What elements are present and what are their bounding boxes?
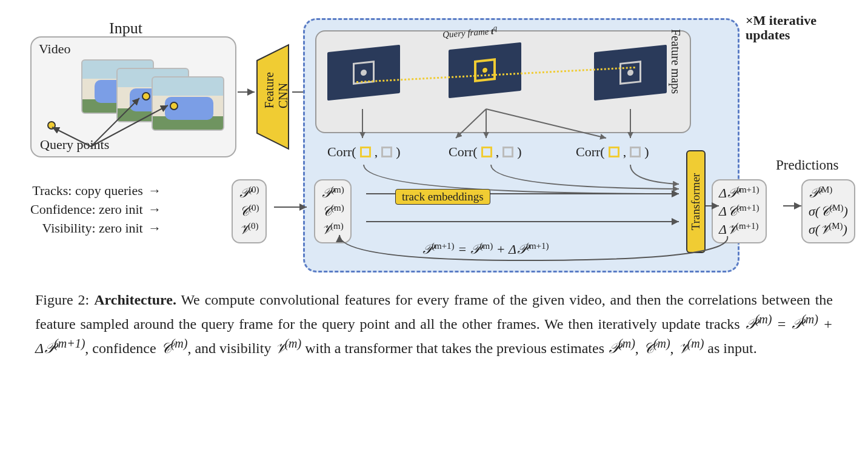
query-points-label: Query points <box>40 137 109 153</box>
feature-cnn: FeatureCNN <box>255 42 291 151</box>
cnn-label: FeatureCNN <box>262 72 290 108</box>
query-point-dot <box>170 102 178 110</box>
query-point-dot <box>142 92 150 101</box>
video-frame-3 <box>152 76 224 131</box>
delta-box: Δ𝒫(m+1) Δ𝒞(m+1) Δ𝒱(m+1) <box>712 179 767 243</box>
corr-1: Corr(,) <box>327 144 400 160</box>
m-updates-label: ×M iterativeupdates <box>746 13 816 42</box>
state-m-box: 𝒫(m) 𝒞(m) 𝒱(m) <box>314 179 352 243</box>
video-label: Video <box>39 41 70 57</box>
feature-map-1 <box>327 45 400 101</box>
feature-maps-label: Feature maps <box>669 29 683 94</box>
feature-map-q <box>449 42 521 99</box>
init-labels: Tracks: copy queries → Confidence: zero … <box>30 182 163 237</box>
update-equation: 𝒫(m+1) = 𝒫(m) + Δ𝒫(m+1) <box>422 241 549 257</box>
architecture-diagram: Input Video Query points FeatureCNN <box>24 12 844 279</box>
predictions-box: 𝒫(M) σ(𝒞(M)) σ(𝒱(M)) <box>801 179 855 243</box>
query-point-dot <box>47 121 56 130</box>
input-title: Input <box>109 19 142 38</box>
corr-q: Corr(,) <box>449 144 521 160</box>
feature-map-2 <box>594 45 667 101</box>
input-section: Input Video Query points <box>30 36 236 157</box>
caption-title: Architecture. <box>94 292 176 308</box>
track-embeddings-label: track embeddings <box>395 189 490 205</box>
predictions-label: Predictions <box>776 157 839 173</box>
figure-container: Input Video Query points FeatureCNN <box>24 12 844 358</box>
input-box: Video Query points <box>30 36 236 157</box>
state-0-box: 𝒫(0) 𝒞(0) 𝒱(0) <box>232 179 267 243</box>
corr-2: Corr(,) <box>576 144 649 160</box>
figure-caption: Figure 2: Architecture. We compute convo… <box>24 289 844 358</box>
transformer-block: Transformer <box>686 150 706 253</box>
figure-number: Figure 2: <box>35 292 89 308</box>
